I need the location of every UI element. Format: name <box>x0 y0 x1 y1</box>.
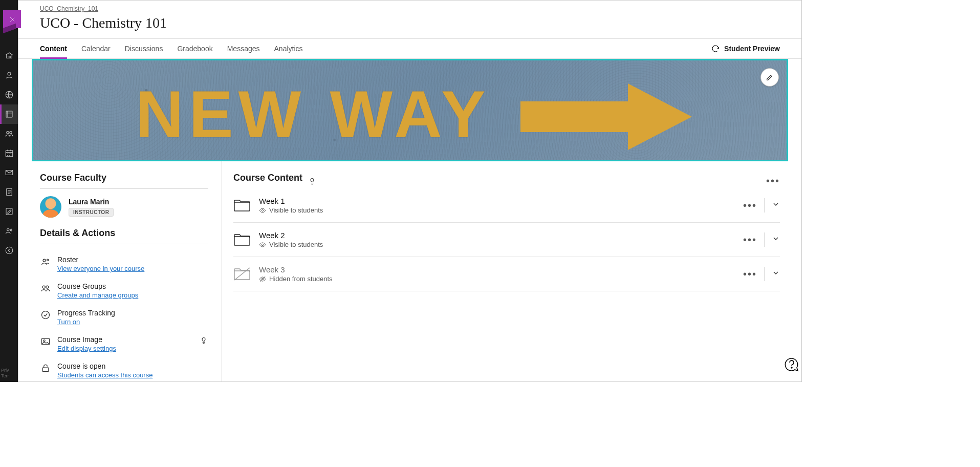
faculty-section-title: Course Faculty <box>40 173 208 183</box>
content-section-title: Course Content <box>233 173 302 183</box>
content-item-more-button[interactable]: ••• <box>743 200 757 210</box>
details-item-roster: Roster View everyone in your course <box>40 251 208 278</box>
groups-link[interactable]: Create and manage groups <box>57 291 138 299</box>
course-header: UCO_Chemistry_101 UCO - Chemistry 101 <box>18 1 801 31</box>
nav-profile-icon[interactable] <box>0 66 18 85</box>
content-item-title: Week 2 <box>259 231 735 240</box>
divider <box>764 267 765 281</box>
course-panel: UCO_Chemistry_101 UCO - Chemistry 101 Co… <box>18 0 802 382</box>
folder-icon <box>233 198 251 213</box>
content-item-title: Week 1 <box>259 197 735 205</box>
content-item-visibility: Visible to students <box>269 241 323 248</box>
svg-point-15 <box>42 286 45 288</box>
eye-icon <box>259 207 266 214</box>
svg-rect-8 <box>6 208 12 215</box>
expand-button[interactable] <box>772 235 780 245</box>
help-button[interactable] <box>784 357 799 372</box>
chevron-down-icon <box>772 200 780 208</box>
global-nav-rail: Priv Terr <box>0 0 18 382</box>
breadcrumb[interactable]: UCO_Chemistry_101 <box>40 5 98 12</box>
progress-link[interactable]: Turn on <box>57 318 80 326</box>
svg-point-17 <box>42 311 50 319</box>
nav-activity-icon[interactable] <box>0 85 18 104</box>
svg-point-16 <box>46 286 49 288</box>
faculty-row[interactable]: Laura Marin INSTRUCTOR <box>40 196 208 218</box>
tab-gradebook[interactable]: Gradebook <box>177 39 212 58</box>
expand-button[interactable] <box>772 200 780 210</box>
role-badge: INSTRUCTOR <box>69 208 114 217</box>
groups-icon <box>40 282 51 293</box>
content-item-title: Week 3 <box>259 265 735 274</box>
svg-point-3 <box>6 132 9 134</box>
banner-text: NEW WAY <box>136 76 491 153</box>
details-label: Roster <box>57 256 208 264</box>
course-sidebar: Course Faculty Laura Marin INSTRUCTOR De… <box>18 161 222 381</box>
svg-point-19 <box>43 340 45 342</box>
details-section-title: Details & Actions <box>40 228 208 239</box>
course-content-area: Course Content ••• Week 1 Visible to stu… <box>222 161 801 381</box>
divider <box>764 232 765 247</box>
help-icon <box>784 357 799 372</box>
rail-footer: Priv Terr <box>1 368 9 379</box>
content-item[interactable]: Week 2 Visible to students ••• <box>233 223 780 257</box>
course-open-link[interactable]: Students can access this course <box>57 371 153 379</box>
content-item-more-button[interactable]: ••• <box>743 235 757 245</box>
nav-admin-icon[interactable] <box>0 221 18 241</box>
details-label: Course is open <box>57 362 208 370</box>
faculty-name: Laura Marin <box>69 198 114 206</box>
details-label: Course Groups <box>57 282 208 290</box>
chevron-down-icon <box>772 235 780 243</box>
svg-marker-12 <box>520 83 692 150</box>
svg-line-25 <box>234 268 250 280</box>
roster-link[interactable]: View everyone in your course <box>57 265 144 272</box>
content-item[interactable]: Week 3 Hidden from students ••• <box>233 257 780 291</box>
tab-analytics[interactable]: Analytics <box>274 39 303 58</box>
details-item-course-open: Course is open Students can access this … <box>40 358 208 381</box>
svg-point-24 <box>262 244 264 246</box>
details-item-groups: Course Groups Create and manage groups <box>40 278 208 305</box>
nav-institution-icon[interactable] <box>0 46 18 66</box>
unlock-icon <box>40 362 51 373</box>
svg-rect-18 <box>42 338 50 345</box>
details-item-course-image: Course Image Edit display settings <box>40 331 208 358</box>
nav-signout-icon[interactable] <box>0 241 18 260</box>
svg-point-9 <box>7 229 9 231</box>
progress-icon <box>40 309 51 320</box>
content-item-visibility: Hidden from students <box>269 275 333 283</box>
course-image-link[interactable]: Edit display settings <box>57 345 116 352</box>
divider <box>764 198 765 213</box>
close-panel-button[interactable] <box>3 10 21 28</box>
nav-grades-icon[interactable] <box>0 182 18 202</box>
expand-button[interactable] <box>772 269 780 279</box>
pencil-icon <box>766 73 774 81</box>
nav-tools-icon[interactable] <box>0 202 18 221</box>
edit-banner-button[interactable] <box>760 68 779 87</box>
hint-icon[interactable] <box>308 176 317 185</box>
svg-point-11 <box>6 247 13 254</box>
nav-courses-icon[interactable] <box>0 104 18 124</box>
course-tabs: Content Calendar Discussions Gradebook M… <box>18 38 801 59</box>
content-item-more-button[interactable]: ••• <box>743 269 757 279</box>
tab-calendar[interactable]: Calendar <box>81 39 111 58</box>
divider <box>40 188 208 189</box>
nav-calendar-icon[interactable] <box>0 143 18 163</box>
details-item-progress: Progress Tracking Turn on <box>40 305 208 331</box>
nav-organizations-icon[interactable] <box>0 124 18 143</box>
tab-content[interactable]: Content <box>40 39 67 58</box>
hint-icon[interactable] <box>199 335 208 345</box>
nav-messages-icon[interactable] <box>0 163 18 182</box>
svg-point-13 <box>43 259 46 262</box>
svg-rect-6 <box>6 171 13 175</box>
course-banner-wrap: NEW WAY <box>32 59 788 161</box>
content-more-button[interactable]: ••• <box>766 176 780 186</box>
student-preview-button[interactable]: Student Preview <box>711 44 780 53</box>
divider <box>40 244 208 244</box>
svg-point-4 <box>9 132 12 134</box>
tab-messages[interactable]: Messages <box>227 39 260 58</box>
svg-point-10 <box>10 229 12 231</box>
svg-rect-2 <box>6 111 12 117</box>
content-item[interactable]: Week 1 Visible to students ••• <box>233 188 780 223</box>
student-preview-icon <box>711 44 720 53</box>
chevron-down-icon <box>772 269 780 277</box>
tab-discussions[interactable]: Discussions <box>125 39 163 58</box>
